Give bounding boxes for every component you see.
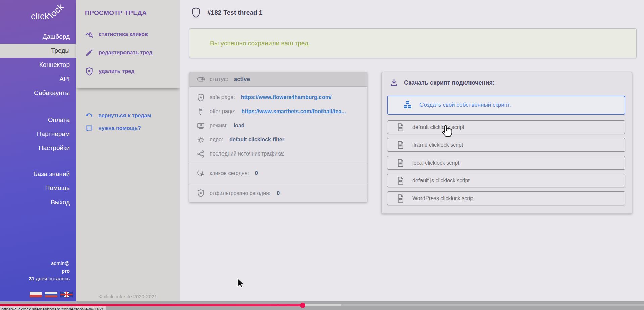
page-header: #182 Test thread 1 — [191, 7, 262, 18]
offer-page-link[interactable]: https://www.smartbets.com/football/tea..… — [241, 108, 346, 115]
menu-item-label: статистика кликов — [99, 31, 148, 37]
sidebar-item-help[interactable]: Помощь — [0, 181, 76, 195]
shield-star-icon — [197, 93, 205, 102]
iframe-clicklock-script-button[interactable]: iframe clicklock script — [387, 138, 625, 152]
code-file-icon — [396, 140, 405, 150]
clicks-today-row: кликов сегодня: 0 — [189, 163, 367, 184]
mode-value: load — [234, 123, 245, 129]
sidebar-item-threads[interactable]: Треды — [0, 44, 76, 58]
sidebar-item-knowledge-base[interactable]: База знаний — [0, 167, 76, 181]
success-alert-text: Вы успешно сохранили ваш тред. — [210, 40, 310, 47]
row-label: offer page: — [210, 108, 235, 115]
stat-label: отфильтровано сегодня: — [210, 190, 270, 196]
create-own-script-label: Создать свой собственный скрипт. — [419, 102, 511, 108]
video-progress-fill — [0, 304, 303, 306]
clicks-today-value: 0 — [255, 170, 258, 176]
share-icon — [197, 150, 205, 158]
filtered-today-row: отфильтровано сегодня: 0 — [189, 184, 367, 202]
help-bubble-icon — [85, 124, 93, 132]
logo-text-lock: lock — [47, 1, 66, 20]
code-file-icon — [396, 176, 405, 185]
code-file-icon — [396, 123, 405, 132]
toggle-icon[interactable] — [197, 75, 205, 83]
cubes-icon — [402, 100, 413, 110]
default-clicklock-script-button[interactable]: default clicklock script — [387, 120, 625, 134]
page-title: #182 Test thread 1 — [207, 9, 262, 16]
sidebar-item-logout[interactable]: Выход — [0, 195, 76, 209]
status-header: статус: active — [189, 72, 367, 87]
local-clicklock-script-button[interactable]: local clicklock script — [387, 156, 625, 170]
sidebar: click lock Дашборд Треды Коннектор API С… — [0, 0, 76, 301]
thread-menu-panel: ПРОСМОТР ТРЕДА статистика кликов редакти… — [76, 0, 180, 88]
script-button-label: local clicklock script — [412, 160, 459, 166]
menu-item-delete-thread[interactable]: удалить тред — [85, 67, 134, 76]
row-label: ядро: — [210, 137, 223, 143]
poland-flag[interactable] — [30, 292, 42, 297]
safe-page-row: safe page: https://www.flowers4hamburg.c… — [189, 90, 367, 104]
clicklock-logo: click lock — [0, 4, 76, 24]
sidebar-item-dashboard[interactable]: Дашборд — [0, 30, 76, 44]
menu-item-label: редактировать тред — [99, 50, 152, 56]
wordpress-clicklock-script-button[interactable]: WordPress clicklock script — [387, 191, 625, 205]
status-rows: safe page: https://www.flowers4hamburg.c… — [189, 87, 367, 163]
success-alert: Вы успешно сохранили ваш тред. — [189, 28, 637, 58]
sidebar-item-partners[interactable]: Партнерам — [0, 127, 76, 141]
offer-page-row: offer page: https://www.smartbets.com/fo… — [189, 104, 367, 119]
user-info: admin@ pro 31 дней осталось — [29, 259, 70, 282]
flag-pin-icon — [197, 107, 205, 116]
sidebar-item-payment[interactable]: Оплата — [0, 113, 76, 127]
thread-menu-column: ПРОСМОТР ТРЕДА статистика кликов редакти… — [76, 0, 180, 301]
default-js-clicklock-script-button[interactable]: default js clicklock script — [387, 174, 625, 187]
stats-search-icon — [85, 30, 94, 39]
sidebar-nav: Дашборд Треды Коннектор API Сабакаунты О… — [0, 30, 76, 209]
undo-icon — [85, 112, 93, 119]
screen-arrow-icon — [197, 122, 205, 130]
copyright: © clicklock.site 2020-2021 — [76, 294, 180, 299]
shield-icon — [191, 7, 201, 18]
gear-icon — [197, 136, 205, 144]
language-switcher — [30, 292, 73, 297]
code-file-icon — [396, 158, 405, 168]
script-button-label: iframe clicklock script — [412, 142, 463, 148]
download-script-card: Скачать скрипт подключения: Создать свой… — [381, 72, 632, 214]
filtered-today-value: 0 — [277, 190, 280, 196]
menu-item-click-stats[interactable]: статистика кликов — [85, 30, 148, 39]
sidebar-item-subaccounts[interactable]: Сабакаунты — [0, 86, 76, 100]
sidebar-item-settings[interactable]: Настройки — [0, 141, 76, 155]
link-label: вернуться к тредам — [98, 113, 151, 119]
click-icon — [197, 169, 205, 178]
pencil-icon — [85, 48, 94, 57]
user-days-left: 31 дней осталось — [29, 275, 70, 282]
row-label: режим: — [210, 123, 228, 129]
menu-item-edit-thread[interactable]: редактировать тред — [85, 48, 152, 57]
video-player-bar: https://clicklock.site/dashboard/connect… — [0, 301, 644, 310]
menu-item-label: удалить тред — [99, 68, 134, 74]
app-window: click lock Дашборд Треды Коннектор API С… — [0, 0, 644, 310]
row-label: последний источник трафика: — [210, 151, 284, 157]
download-card-title-text: Скачать скрипт подключения: — [404, 79, 495, 86]
main-content: #182 Test thread 1 Вы успешно сохранили … — [180, 0, 644, 301]
safe-page-link[interactable]: https://www.flowers4hamburg.com/ — [241, 94, 332, 100]
thread-menu-title: ПРОСМОТР ТРЕДА — [85, 9, 147, 17]
mode-row: режим: load — [189, 119, 367, 133]
create-own-script-button[interactable]: Создать свой собственный скрипт. — [387, 96, 625, 115]
sidebar-item-connector[interactable]: Коннектор — [0, 58, 76, 72]
need-help-link[interactable]: нужна помощь? — [85, 124, 141, 132]
sidebar-item-api[interactable]: API — [0, 72, 76, 86]
download-icon — [390, 78, 398, 87]
shield-star-icon — [197, 189, 205, 197]
script-button-label: default clicklock script — [412, 124, 464, 130]
russia-flag[interactable] — [45, 292, 57, 297]
core-row: ядро: default clicklock filter — [189, 133, 367, 147]
back-to-threads-link[interactable]: вернуться к тредам — [85, 112, 151, 119]
core-value: default clicklock filter — [229, 137, 284, 143]
uk-flag[interactable] — [60, 292, 73, 297]
script-button-label: WordPress clicklock script — [412, 195, 475, 202]
download-card-title: Скачать скрипт подключения: — [390, 78, 495, 87]
video-playhead[interactable] — [300, 303, 305, 308]
script-button-label: default js clicklock script — [412, 178, 470, 184]
shield-x-icon — [85, 67, 94, 76]
thread-status-card: статус: active safe page: https://www.fl… — [189, 72, 367, 202]
logo-text-click: click — [31, 11, 49, 22]
user-email: admin@ — [29, 259, 70, 267]
